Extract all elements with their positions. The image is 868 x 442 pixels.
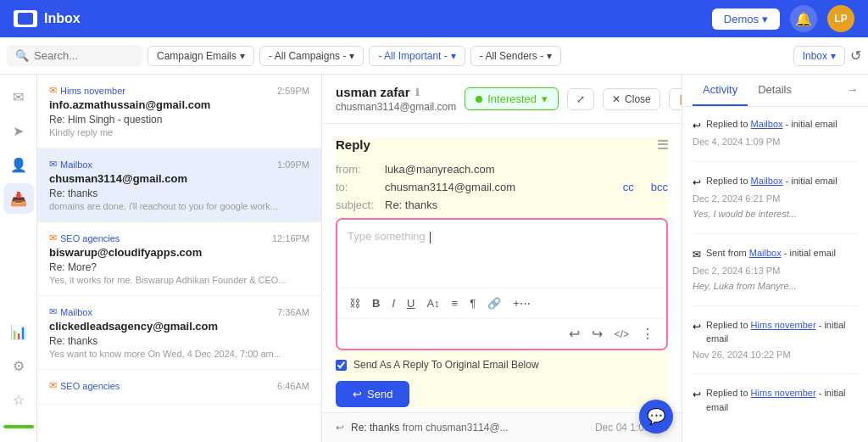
all-senders-filter[interactable]: - All Senders - ▾ bbox=[470, 46, 561, 66]
close-button[interactable]: ✕ Close bbox=[603, 88, 660, 110]
activity-item: ↩ Replied to Hims november - initial ema… bbox=[693, 318, 858, 362]
code-btn[interactable]: </> bbox=[611, 327, 632, 342]
expand-button[interactable]: ⤢ bbox=[567, 88, 594, 110]
bcc-button[interactable]: bcc bbox=[651, 181, 668, 193]
email-sender: ✉ Mailbox bbox=[49, 306, 92, 317]
all-campaigns-filter[interactable]: - All Campaigns - ▾ bbox=[259, 46, 364, 66]
send-button[interactable]: ↩ Send bbox=[336, 381, 409, 407]
editor-toolbar: ⛓ B I U A↕ ≡ ¶ 🔗 +⋯ bbox=[337, 288, 666, 318]
campaign-icon: ✉ bbox=[49, 85, 57, 96]
activity-link[interactable]: Hims november bbox=[751, 388, 816, 398]
activity-panel: Activity Details → ↩ Replied to Mailbox … bbox=[682, 75, 868, 442]
editor-area[interactable]: Type something bbox=[337, 220, 666, 288]
sidebar-item-star[interactable]: ☆ bbox=[3, 384, 34, 415]
close-icon: ✕ bbox=[612, 93, 620, 105]
interested-button[interactable]: Interested ▾ bbox=[465, 87, 559, 110]
email-item[interactable]: ✉ SEO agencies 6:46AM bbox=[37, 370, 321, 405]
activity-link[interactable]: Mailbox bbox=[751, 119, 783, 129]
email-item[interactable]: ✉ SEO agencies 12:16PM biswarup@cloudify… bbox=[37, 222, 321, 296]
campaign-filter[interactable]: Campaign Emails ▾ bbox=[147, 46, 254, 66]
chevron-down-icon: ▾ bbox=[542, 92, 548, 105]
reply-icon: ↩ bbox=[693, 387, 701, 402]
campaign-icon: ✉ bbox=[49, 232, 57, 243]
bell-icon: 🔔 bbox=[795, 11, 812, 27]
inbox-filter[interactable]: Inbox ▾ bbox=[793, 46, 845, 66]
expand-icon: ⤢ bbox=[576, 93, 585, 105]
align-btn[interactable]: ≡ bbox=[448, 295, 462, 311]
editor-placeholder: Type something bbox=[348, 230, 426, 243]
send-as-reply-checkbox[interactable] bbox=[336, 360, 347, 371]
font-size-btn[interactable]: A↕ bbox=[423, 295, 442, 311]
search-box[interactable]: 🔍 bbox=[7, 45, 142, 66]
activity-item: ↩ Replied to Mailbox - initial email Dec… bbox=[693, 117, 858, 149]
reply-icon: ↩ bbox=[693, 175, 701, 190]
sent-icon: ✉ bbox=[693, 247, 701, 262]
email-sender: ✉ Mailbox bbox=[49, 159, 92, 170]
format-link-btn[interactable]: ⛓ bbox=[346, 295, 364, 311]
filter-bar: 🔍 Campaign Emails ▾ - All Campaigns - ▾ … bbox=[0, 37, 868, 75]
paragraph-btn[interactable]: ¶ bbox=[466, 295, 479, 311]
notes-button[interactable]: 📋 Notes bbox=[669, 88, 682, 110]
demos-button[interactable]: Demos ▾ bbox=[712, 8, 780, 30]
chevron-down-icon: ▾ bbox=[831, 50, 836, 62]
cc-button[interactable]: cc bbox=[623, 181, 634, 193]
more-formats-btn[interactable]: +⋯ bbox=[509, 295, 534, 311]
tab-details[interactable]: Details bbox=[748, 75, 802, 106]
refresh-button[interactable]: ↺ bbox=[850, 48, 861, 64]
reply-editor: Type something ⛓ B I U A↕ ≡ ¶ 🔗 bbox=[336, 218, 668, 350]
tab-activity[interactable]: Activity bbox=[693, 75, 748, 106]
logo-icon bbox=[14, 10, 37, 27]
undo-btn[interactable]: ↩ bbox=[565, 324, 583, 344]
sidebar-item-inbox[interactable]: 📥 bbox=[3, 183, 34, 214]
email-item[interactable]: ✉ Hims november 2:59PM info.azmathussain… bbox=[37, 75, 321, 148]
sidebar-item-chart[interactable]: 📊 bbox=[3, 316, 34, 347]
logo: Inbox bbox=[14, 10, 81, 27]
reply-icon: ↩ bbox=[693, 118, 701, 133]
email-detail: usman zafar ℹ chusman3114@gmail.com Inte… bbox=[322, 75, 682, 442]
underline-btn[interactable]: U bbox=[403, 295, 418, 311]
nav-title: Inbox bbox=[44, 11, 81, 26]
reply-icon: ↩ bbox=[336, 422, 344, 434]
subject-field: subject: Re: thanks bbox=[336, 199, 668, 211]
editor-actions: ↩ ↪ </> ⋮ bbox=[337, 318, 666, 349]
activity-link[interactable]: Mailbox bbox=[751, 176, 783, 186]
sidebar-item-settings[interactable]: ⚙ bbox=[3, 350, 34, 381]
activity-tabs: Activity Details → bbox=[682, 75, 868, 107]
email-detail-header: usman zafar ℹ chusman3114@gmail.com Inte… bbox=[322, 75, 682, 124]
avatar-button[interactable]: LP bbox=[827, 5, 854, 32]
search-input[interactable] bbox=[34, 49, 134, 62]
chevron-down-icon: ▾ bbox=[762, 13, 768, 25]
chat-icon: 💬 bbox=[647, 407, 665, 426]
from-field: from: luka@manyreach.com bbox=[336, 163, 668, 176]
email-body: Reply ☰ from: luka@manyreach.com to: chu… bbox=[322, 124, 682, 412]
activity-link[interactable]: Hims november bbox=[751, 320, 816, 330]
to-field: to: chusman3114@gmail.com cc bcc bbox=[336, 181, 668, 193]
menu-icon[interactable]: ☰ bbox=[657, 137, 668, 153]
activity-item: ✉ Sent from Mailbox - initial email Dec … bbox=[693, 246, 858, 294]
notifications-button[interactable]: 🔔 bbox=[790, 5, 817, 32]
bold-btn[interactable]: B bbox=[369, 295, 383, 311]
mailbox-icon: ✉ bbox=[49, 306, 57, 317]
italic-btn[interactable]: I bbox=[388, 295, 398, 311]
search-icon: 🔍 bbox=[15, 49, 29, 62]
expand-panel-btn[interactable]: → bbox=[847, 75, 858, 106]
chevron-down-icon: ▾ bbox=[547, 50, 552, 62]
contact-name: usman zafar ℹ bbox=[336, 85, 456, 99]
info-icon[interactable]: ℹ bbox=[415, 87, 420, 98]
redo-btn[interactable]: ↪ bbox=[588, 324, 606, 344]
activity-link[interactable]: Mailbox bbox=[749, 248, 782, 258]
sidebar-item-mail[interactable]: ✉ bbox=[3, 81, 34, 112]
more-actions-btn[interactable]: ⋮ bbox=[637, 324, 658, 344]
sidebar-item-send[interactable]: ➤ bbox=[3, 115, 34, 146]
hyperlink-btn[interactable]: 🔗 bbox=[484, 295, 504, 311]
sidebar-item-users[interactable]: 👤 bbox=[3, 149, 34, 180]
all-important-filter[interactable]: - All Important - ▾ bbox=[369, 46, 465, 66]
email-item[interactable]: ✉ Mailbox 7:36AM clickedleadsagency@gmai… bbox=[37, 296, 321, 370]
chevron-down-icon: ▾ bbox=[240, 50, 245, 62]
cursor bbox=[430, 232, 431, 243]
status-dot bbox=[476, 96, 482, 103]
activity-item: ↩ Replied to Mailbox - initial email Dec… bbox=[693, 174, 858, 221]
reply-section: Reply ☰ from: luka@manyreach.com to: chu… bbox=[336, 137, 668, 407]
chat-bubble-button[interactable]: 💬 bbox=[639, 400, 673, 434]
email-item[interactable]: ✉ Mailbox 1:09PM chusman3114@gmail.com R… bbox=[37, 148, 321, 222]
